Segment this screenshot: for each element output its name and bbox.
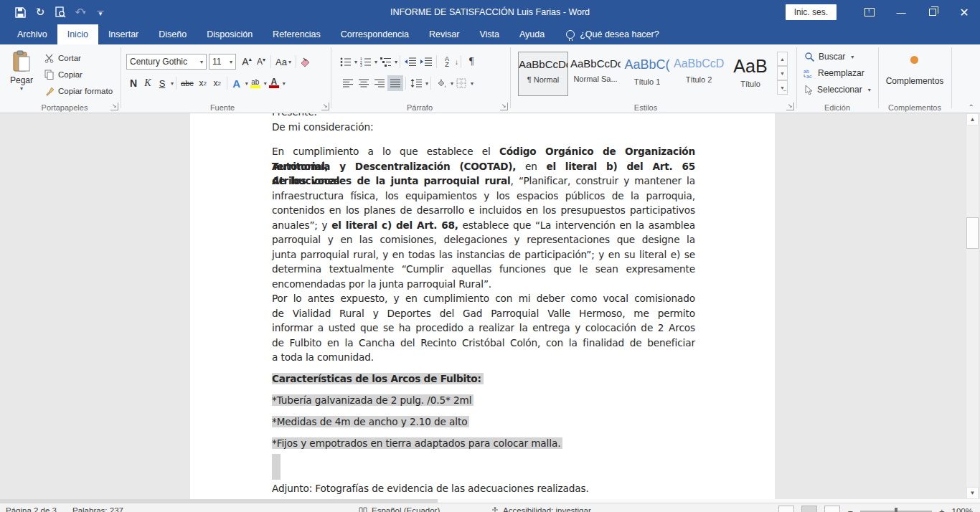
tell-me-box[interactable]: ¿Qué desea hacer? <box>555 24 659 44</box>
underline-button[interactable]: S <box>155 75 169 91</box>
subscript-button[interactable]: x2 <box>196 75 210 91</box>
bold-button[interactable]: N <box>126 75 141 91</box>
style-normal-sa[interactable]: AaBbCcDc Normal Sa... <box>570 52 621 96</box>
paste-button[interactable]: Pegar ▾ <box>6 50 37 103</box>
doc-line-12[interactable]: encomendadas por la junta parroquial Rur… <box>272 277 695 292</box>
doc-line-7[interactable]: contenidos en los planes de desarrollo e… <box>272 203 695 218</box>
styles-more-icon[interactable]: ▼̲ <box>777 80 788 95</box>
tab-archivo[interactable]: Archivo <box>7 24 57 44</box>
shading-button[interactable] <box>433 75 449 91</box>
align-center-button[interactable] <box>356 75 372 91</box>
shrink-font-button[interactable]: A▾ <box>254 54 268 70</box>
doc-line-16[interactable]: de Fulbito en la Cancha del Recinto Cris… <box>272 336 695 351</box>
doc-line-22[interactable] <box>272 454 281 480</box>
grow-font-button[interactable]: A▴ <box>240 54 254 70</box>
doc-line-3[interactable]: En cumplimiento a lo que establece el Có… <box>272 144 695 159</box>
doc-line-6[interactable]: infraestructura física, los equipamiento… <box>272 189 695 204</box>
doc-line-19[interactable]: *Tubería galvanizada de 2 pulg. /0.5* 2m… <box>272 393 695 408</box>
tab-inicio[interactable]: Inicio <box>57 24 98 44</box>
multilevel-list-button[interactable] <box>377 54 393 70</box>
doc-line-8[interactable]: anuales”; y el literal c) del Art. 68, e… <box>272 218 695 233</box>
web-layout-icon[interactable] <box>824 506 840 512</box>
sign-in-button[interactable]: Inic. ses. <box>786 4 837 20</box>
multilevel-caret-icon[interactable]: ▾ <box>395 59 397 65</box>
doc-line-15[interactable]: informar a usted que se ha procedido a r… <box>272 321 695 336</box>
style-titulo-1[interactable]: AaBbC( Título 1 <box>622 52 672 96</box>
numbering-button[interactable]: 123 <box>357 54 373 70</box>
zoom-out-icon[interactable]: − <box>847 506 853 512</box>
doc-line-21[interactable]: *Fijos y empotrados en tierra adaptados … <box>272 436 695 451</box>
font-name-combo[interactable]: Century Gothic▾ <box>126 54 207 70</box>
borders-caret-icon[interactable]: ▾ <box>471 80 473 87</box>
tab-disposicion[interactable]: Disposición <box>197 24 263 44</box>
vertical-scroll-thumb[interactable] <box>966 217 979 249</box>
font-color-button[interactable]: A <box>267 75 281 91</box>
paragraph-dialog-launcher[interactable]: ↘ <box>500 103 508 110</box>
accessibility-indicator[interactable]: Accesibilidad: investigar <box>503 506 591 512</box>
style-normal[interactable]: AaBbCcDc ¶ Normal <box>518 52 568 96</box>
doc-line-9[interactable]: parroquial y en las comisiones, delegaci… <box>272 232 695 247</box>
doc-line-5[interactable]: de los vocales de la junta parroquial ru… <box>272 174 695 189</box>
print-layout-icon[interactable] <box>801 506 817 512</box>
underline-caret-icon[interactable]: ▾ <box>171 80 174 87</box>
close-button[interactable]: ✕ <box>948 0 980 24</box>
justify-button[interactable] <box>387 75 403 91</box>
italic-button[interactable]: K <box>141 75 155 91</box>
doc-line-11[interactable]: determina textualmente “Cumplir aquellas… <box>272 262 695 277</box>
tab-vista[interactable]: Vista <box>469 24 509 44</box>
clear-formatting-button[interactable] <box>298 54 314 70</box>
align-right-button[interactable] <box>372 75 387 91</box>
text-effects-button[interactable]: A <box>230 75 244 91</box>
replace-button[interactable]: abac Reemplazar <box>804 68 864 78</box>
restore-button[interactable] <box>917 0 948 24</box>
show-marks-button[interactable]: ¶ <box>463 54 479 70</box>
line-spacing-button[interactable] <box>408 75 424 91</box>
change-case-button[interactable]: Aa▾ <box>273 54 293 70</box>
doc-line-14[interactable]: de Vialidad Rural y Deportes del Gad Par… <box>272 306 695 321</box>
doc-line-1[interactable]: De mi consideración: <box>272 120 695 135</box>
tab-referencias[interactable]: Referencias <box>263 24 331 44</box>
line-spacing-caret-icon[interactable]: ▾ <box>425 80 428 87</box>
tab-ayuda[interactable]: Ayuda <box>509 24 555 44</box>
font-dialog-launcher[interactable]: ↘ <box>321 103 329 110</box>
zoom-in-icon[interactable]: + <box>939 506 945 512</box>
tab-correspondencia[interactable]: Correspondencia <box>331 24 419 44</box>
doc-line-10[interactable]: junta parroquial rural, y en todas las i… <box>272 247 695 262</box>
zoom-level[interactable]: 100% <box>952 507 973 512</box>
bullets-button[interactable] <box>337 54 353 70</box>
decrease-indent-button[interactable] <box>402 54 418 70</box>
vertical-scrollbar[interactable]: ▲ ▼ <box>966 113 979 499</box>
styles-scroll-down-icon[interactable]: ▼ <box>777 66 788 80</box>
doc-line-20[interactable]: *Medidas de 4m de ancho y 2.10 de alto <box>272 414 695 430</box>
increase-indent-button[interactable] <box>418 54 434 70</box>
select-button[interactable]: Seleccionar ▾ <box>805 85 871 95</box>
doc-line-13[interactable]: Por lo antes expuesto, y en cumplimiento… <box>272 291 695 306</box>
read-mode-icon[interactable] <box>778 506 794 512</box>
align-left-button[interactable] <box>340 75 356 91</box>
styles-scroll-up-icon[interactable]: ▲ <box>777 52 788 66</box>
doc-line-23[interactable]: Adjunto: Fotografías de evidencia de las… <box>272 481 695 496</box>
tab-revisar[interactable]: Revisar <box>419 24 469 44</box>
style-titulo-2[interactable]: AaBbCcD Título 2 <box>674 52 724 96</box>
ribbon-display-options-icon[interactable] <box>854 0 885 24</box>
cut-button[interactable]: Cortar <box>44 50 81 66</box>
tab-diseno[interactable]: Diseño <box>149 24 197 44</box>
collapse-ribbon-icon[interactable]: ⌃ <box>969 103 974 111</box>
tab-insertar[interactable]: Insertar <box>98 24 149 44</box>
doc-line-17[interactable]: a toda la comunidad. <box>272 350 695 365</box>
styles-dialog-launcher[interactable]: ↘ <box>786 103 794 110</box>
scroll-up-icon[interactable]: ▲ <box>966 113 979 125</box>
word-count[interactable]: Palabras: 237 <box>72 506 123 512</box>
find-button[interactable]: Buscar ▾ <box>805 52 854 62</box>
font-size-combo[interactable]: 11▾ <box>209 54 236 70</box>
strikethrough-button[interactable]: abc <box>179 75 196 91</box>
style-titulo[interactable]: AaB Título <box>725 52 776 96</box>
zoom-slider-thumb[interactable] <box>895 508 897 512</box>
doc-line-0[interactable]: Presente. - <box>272 113 695 120</box>
format-painter-button[interactable]: Copiar formato <box>44 83 113 99</box>
doc-line-18[interactable]: Características de los Arcos de Fulbito: <box>272 371 695 387</box>
addins-button[interactable]: Complementos <box>878 76 951 86</box>
document-page[interactable]: Presente. -De mi consideración:En cumpli… <box>190 113 775 503</box>
superscript-button[interactable]: x2 <box>210 75 225 91</box>
scroll-down-icon[interactable]: ▼ <box>966 487 979 499</box>
